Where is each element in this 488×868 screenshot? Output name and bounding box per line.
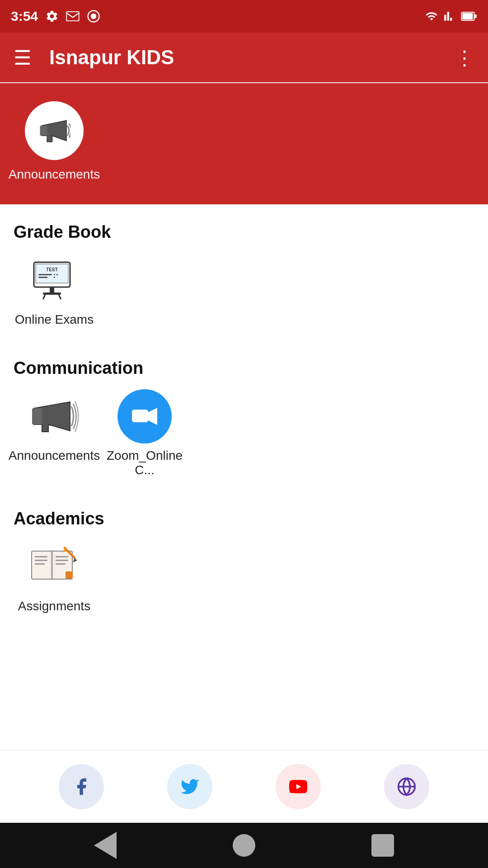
announcements-icon-circle bbox=[25, 101, 84, 160]
zoom-label: Zoom_Online C... bbox=[104, 448, 185, 477]
svg-rect-4 bbox=[462, 13, 473, 19]
assignments-svg bbox=[29, 544, 79, 590]
svg-rect-14 bbox=[54, 277, 55, 278]
youtube-icon bbox=[288, 777, 308, 797]
svg-marker-22 bbox=[148, 408, 157, 425]
announcements-label: Announcements bbox=[9, 167, 100, 182]
svg-rect-16 bbox=[43, 292, 61, 295]
academics-heading: Academics bbox=[14, 491, 474, 542]
status-left: 3:54 bbox=[11, 9, 100, 24]
svg-rect-12 bbox=[54, 274, 55, 275]
academics-items: Assignments bbox=[14, 542, 474, 627]
svg-rect-13 bbox=[56, 274, 58, 275]
status-bar: 3:54 bbox=[0, 0, 488, 33]
svg-rect-29 bbox=[56, 556, 68, 557]
svg-rect-30 bbox=[56, 560, 68, 561]
svg-rect-28 bbox=[35, 563, 45, 565]
more-options-button[interactable]: ⋮ bbox=[455, 46, 474, 69]
battery-icon bbox=[461, 11, 477, 21]
svg-rect-20 bbox=[32, 408, 42, 425]
online-exams-svg: TEST bbox=[29, 258, 79, 303]
twitter-button[interactable] bbox=[167, 764, 212, 809]
assignments-label: Assignments bbox=[18, 599, 90, 613]
svg-marker-34 bbox=[73, 558, 77, 562]
gmail-icon bbox=[66, 11, 80, 21]
social-bar bbox=[0, 750, 488, 823]
status-time: 3:54 bbox=[11, 9, 38, 24]
facebook-icon bbox=[71, 777, 91, 797]
home-circle-icon bbox=[233, 834, 255, 857]
app-title: Isnapur KIDS bbox=[49, 46, 436, 69]
svg-text:TEST: TEST bbox=[46, 267, 58, 272]
content-area: Grade Book TEST bbox=[0, 204, 488, 627]
settings-icon bbox=[45, 9, 59, 23]
svg-rect-15 bbox=[50, 287, 54, 292]
assignments-item[interactable]: Assignments bbox=[14, 542, 95, 613]
svg-rect-23 bbox=[32, 551, 52, 579]
svg-line-17 bbox=[43, 295, 45, 299]
home-button[interactable] bbox=[228, 830, 260, 861]
nav-bar bbox=[0, 823, 488, 868]
back-triangle-icon bbox=[94, 832, 117, 859]
comm-announcements-label: Announcements bbox=[9, 448, 100, 463]
signal-icon bbox=[444, 10, 455, 23]
back-button[interactable] bbox=[89, 830, 121, 861]
status-right bbox=[425, 10, 477, 23]
communication-items: Announcements Zoom_Online C... bbox=[14, 392, 474, 491]
assignments-icon bbox=[25, 542, 84, 592]
announcements-item[interactable]: Announcements bbox=[18, 101, 90, 182]
youtube-button[interactable] bbox=[276, 764, 321, 809]
communication-heading: Communication bbox=[14, 340, 474, 392]
facebook-button[interactable] bbox=[59, 764, 104, 809]
svg-rect-35 bbox=[66, 571, 73, 579]
comm-announcements-item[interactable]: Announcements bbox=[14, 392, 95, 477]
megaphone-icon bbox=[38, 114, 70, 147]
website-button[interactable] bbox=[384, 764, 429, 809]
online-exams-item[interactable]: TEST Online Exams bbox=[14, 255, 95, 327]
lastpass-icon bbox=[87, 9, 100, 23]
gradebook-items: TEST Online Exams bbox=[14, 255, 474, 340]
online-exams-icon: TEST bbox=[25, 255, 84, 305]
twitter-icon bbox=[180, 777, 200, 797]
svg-line-18 bbox=[59, 295, 61, 299]
svg-point-1 bbox=[91, 14, 97, 19]
online-exams-label: Online Exams bbox=[15, 312, 94, 327]
svg-rect-31 bbox=[56, 563, 66, 565]
svg-rect-26 bbox=[35, 556, 47, 557]
gradebook-heading: Grade Book bbox=[14, 204, 474, 255]
svg-rect-11 bbox=[38, 277, 47, 278]
comm-announcements-icon bbox=[25, 392, 84, 441]
wifi-icon bbox=[425, 10, 438, 23]
svg-rect-25 bbox=[51, 550, 53, 580]
recents-square-icon bbox=[371, 834, 394, 857]
svg-rect-3 bbox=[474, 14, 477, 18]
hamburger-menu-button[interactable]: ☰ bbox=[14, 46, 31, 69]
zoom-item[interactable]: Zoom_Online C... bbox=[104, 392, 185, 477]
svg-rect-27 bbox=[35, 560, 47, 561]
zoom-circle bbox=[117, 389, 172, 443]
comm-announcements-svg bbox=[29, 394, 79, 439]
svg-rect-21 bbox=[132, 410, 148, 422]
zoom-camera-svg bbox=[131, 405, 158, 428]
announcements-red-section: Announcements bbox=[0, 83, 488, 204]
globe-icon bbox=[397, 777, 417, 797]
svg-rect-6 bbox=[40, 126, 47, 136]
svg-rect-10 bbox=[38, 274, 52, 275]
toolbar: ☰ Isnapur KIDS ⋮ bbox=[0, 33, 488, 82]
recents-button[interactable] bbox=[367, 830, 399, 861]
zoom-icon-container bbox=[115, 392, 174, 441]
